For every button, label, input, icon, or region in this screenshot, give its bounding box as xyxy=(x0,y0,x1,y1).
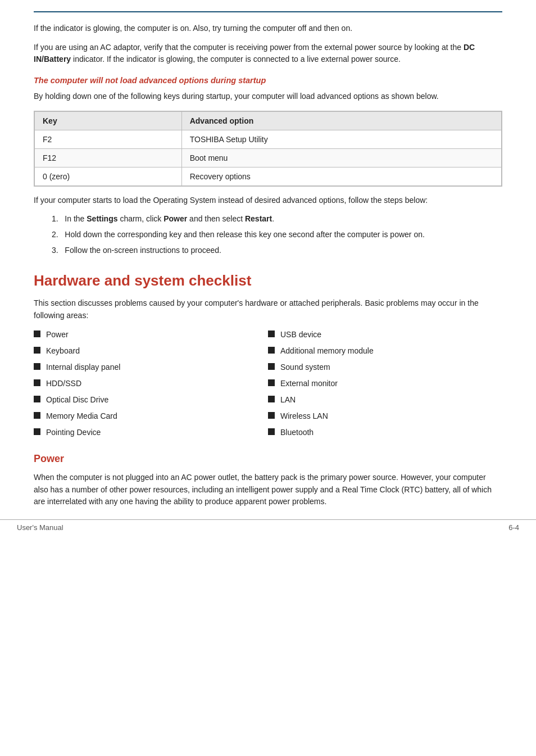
bullet-icon xyxy=(268,363,275,370)
table-cell-key: F12 xyxy=(35,148,182,167)
paragraph-3: By holding down one of the following key… xyxy=(34,90,502,103)
power-heading: Power xyxy=(34,453,502,465)
list-item: LAN xyxy=(268,394,502,406)
table-cell-option: Recovery options xyxy=(181,167,501,185)
bullet-icon xyxy=(34,347,40,354)
steps-list: 1. In the Settings charm, click Power an… xyxy=(51,213,502,256)
table-cell-option: TOSHIBA Setup Utility xyxy=(181,130,501,148)
step-item: 1. In the Settings charm, click Power an… xyxy=(52,213,502,225)
bullet-icon xyxy=(34,428,40,435)
key-table: Key Advanced option F2TOSHIBA Setup Util… xyxy=(34,111,502,186)
bullet-icon xyxy=(268,412,275,419)
power-text: When the computer is not plugged into an… xyxy=(34,472,502,508)
list-item-label: Optical Disc Drive xyxy=(46,394,108,406)
list-item: Sound system xyxy=(268,361,502,373)
bullet-icon xyxy=(268,331,275,337)
table-row: F12Boot menu xyxy=(35,148,502,167)
bullet-icon xyxy=(268,379,275,386)
list-item-label: Bluetooth xyxy=(280,427,314,438)
key-table-container: Key Advanced option F2TOSHIBA Setup Util… xyxy=(34,111,502,187)
list-item: Additional memory module xyxy=(268,345,502,357)
footer-right: 6-4 xyxy=(508,523,519,532)
list-item-label: Additional memory module xyxy=(280,345,374,357)
list-item-label: Internal display panel xyxy=(46,361,120,373)
list-item: Optical Disc Drive xyxy=(34,394,268,406)
bullet-icon xyxy=(268,396,275,402)
list-item: Memory Media Card xyxy=(34,410,268,422)
bullet-icon xyxy=(268,347,275,354)
list-item-label: Memory Media Card xyxy=(46,410,117,422)
step-item: 3. Follow the on-screen instructions to … xyxy=(52,245,502,256)
list-item: Internal display panel xyxy=(34,361,268,373)
list-item: USB device xyxy=(268,329,502,341)
bullet-icon xyxy=(34,396,40,402)
list-item-label: Keyboard xyxy=(46,345,80,357)
hardware-checklist: PowerKeyboardInternal display panelHDD/S… xyxy=(34,329,502,443)
table-row: F2TOSHIBA Setup Utility xyxy=(35,130,502,148)
list-item-label: Sound system xyxy=(280,361,330,373)
paragraph-2: If you are using an AC adaptor, verify t… xyxy=(34,42,502,66)
list-item: Bluetooth xyxy=(268,427,502,438)
left-list: PowerKeyboardInternal display panelHDD/S… xyxy=(34,329,268,438)
section-heading-italic: The computer will not load advanced opti… xyxy=(34,76,502,85)
paragraph-1: If the indicator is glowing, the compute… xyxy=(34,22,502,35)
bullet-icon xyxy=(34,412,40,419)
paragraph-2-end: indicator. If the indicator is glowing, … xyxy=(71,55,401,64)
footer-left: User's Manual xyxy=(17,523,63,532)
footer: User's Manual 6-4 xyxy=(0,519,536,532)
list-item: Keyboard xyxy=(34,345,268,357)
list-item-label: LAN xyxy=(280,394,296,406)
list-item-label: Power xyxy=(46,329,69,341)
list-item: Power xyxy=(34,329,268,341)
paragraph-2-start: If you are using an AC adaptor, verify t… xyxy=(34,43,464,52)
bullet-icon xyxy=(34,331,40,337)
bullet-icon xyxy=(34,379,40,386)
hardware-heading: Hardware and system checklist xyxy=(34,272,502,289)
list-item: External monitor xyxy=(268,378,502,390)
list-item-label: Wireless LAN xyxy=(280,410,328,422)
table-cell-key: F2 xyxy=(35,130,182,148)
list-item: Pointing Device xyxy=(34,427,268,438)
table-cell-key: 0 (zero) xyxy=(35,167,182,185)
step-item: 2. Hold down the corresponding key and t… xyxy=(52,229,502,241)
top-border xyxy=(34,11,502,12)
col1-header: Key xyxy=(35,111,182,130)
bullet-icon xyxy=(34,363,40,370)
list-item: Wireless LAN xyxy=(268,410,502,422)
table-cell-option: Boot menu xyxy=(181,148,501,167)
list-item: HDD/SSD xyxy=(34,378,268,390)
after-table-p1: If your computer starts to load the Oper… xyxy=(34,194,502,207)
list-item-label: USB device xyxy=(280,329,321,341)
list-item-label: External monitor xyxy=(280,378,338,390)
list-item-label: HDD/SSD xyxy=(46,378,81,390)
left-col: PowerKeyboardInternal display panelHDD/S… xyxy=(34,329,268,443)
col2-header: Advanced option xyxy=(181,111,501,130)
page: If the indicator is glowing, the compute… xyxy=(0,0,536,537)
bullet-icon xyxy=(268,428,275,435)
right-list: USB deviceAdditional memory moduleSound … xyxy=(268,329,502,438)
hardware-intro: This section discusses problems caused b… xyxy=(34,297,502,322)
right-col: USB deviceAdditional memory moduleSound … xyxy=(268,329,502,443)
table-row: 0 (zero)Recovery options xyxy=(35,167,502,185)
list-item-label: Pointing Device xyxy=(46,427,101,438)
